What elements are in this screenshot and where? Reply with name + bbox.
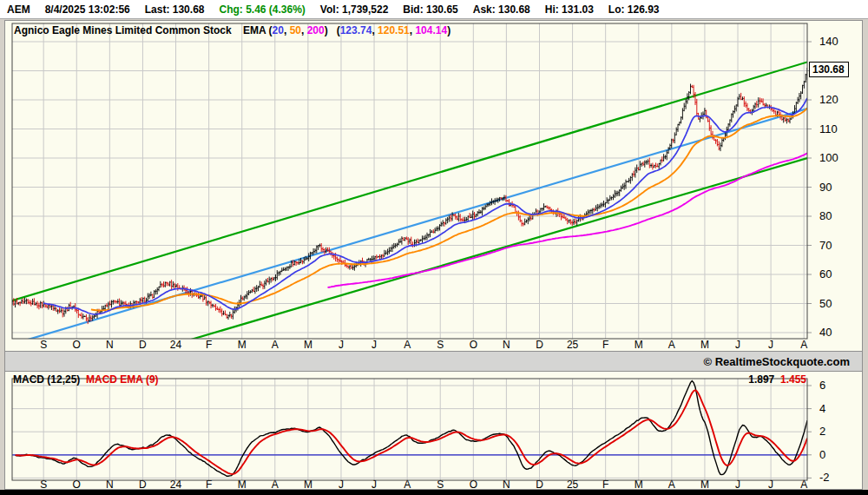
svg-text:110: 110 bbox=[819, 122, 838, 135]
quote-item: Ask: 130.68 bbox=[473, 3, 530, 16]
text-part: , bbox=[284, 24, 290, 36]
main-price-chart: Agnico Eagle Mines Limited Common Stock … bbox=[4, 20, 863, 352]
quote-bar: AEM 8/4/2025 13:02:56 Last: 130.68Chg: 5… bbox=[0, 0, 868, 19]
svg-text:A: A bbox=[668, 339, 675, 351]
svg-text:N: N bbox=[503, 339, 510, 351]
quote-item: Lo: 126.93 bbox=[608, 3, 660, 16]
svg-text:M: M bbox=[238, 339, 247, 351]
svg-text:N: N bbox=[106, 339, 114, 351]
text-part: EMA ( bbox=[232, 24, 273, 36]
macd-panel: MACD (12,25) MACD EMA (9) 1.897 1.455 64… bbox=[4, 371, 863, 490]
svg-text:A: A bbox=[800, 339, 807, 351]
stock-chart-app: { "quote_bar": { "symbol": "AEM", "times… bbox=[0, 0, 868, 495]
svg-text:6: 6 bbox=[819, 379, 825, 392]
text-part: MACD EMA (9) bbox=[86, 373, 159, 386]
bottom-border-bar bbox=[0, 490, 868, 495]
svg-text:M: M bbox=[700, 339, 709, 351]
svg-text:120: 120 bbox=[819, 93, 838, 106]
last-price-tag: 130.68 bbox=[809, 62, 849, 77]
text-part: Agnico Eagle Mines Limited Common Stock bbox=[14, 24, 232, 36]
svg-text:M: M bbox=[304, 339, 312, 351]
svg-text:25: 25 bbox=[567, 339, 579, 351]
text-part: MACD (12,25) bbox=[13, 373, 86, 386]
svg-text:0: 0 bbox=[819, 448, 825, 461]
text-part: 50 bbox=[290, 24, 301, 36]
text-part: 1.897 bbox=[748, 373, 780, 386]
svg-text:S: S bbox=[437, 339, 444, 351]
svg-text:J: J bbox=[339, 339, 344, 351]
text-part: 200 bbox=[307, 24, 325, 36]
svg-text:F: F bbox=[602, 339, 608, 351]
svg-text:O: O bbox=[73, 339, 81, 351]
svg-text:40: 40 bbox=[819, 326, 832, 339]
macd-values: 1.897 1.455 bbox=[748, 373, 806, 386]
text-part: 120.51 bbox=[378, 24, 410, 36]
quote-items: Last: 130.68Chg: 5.46 (4.36%)Vol: 1,739,… bbox=[145, 3, 660, 16]
svg-text:-2: -2 bbox=[819, 471, 830, 484]
svg-text:A: A bbox=[272, 339, 279, 351]
svg-text:A: A bbox=[404, 339, 411, 351]
svg-text:S: S bbox=[40, 339, 47, 351]
macd-chart-canvas: 6420-2SOND24FMAMJJASOND25FMAMJJA bbox=[5, 372, 862, 489]
macd-legend: MACD (12,25) MACD EMA (9) bbox=[13, 373, 159, 386]
watermark-band: © RealtimeStockquote.com bbox=[4, 352, 863, 371]
svg-text:50: 50 bbox=[819, 297, 832, 310]
svg-text:M: M bbox=[635, 339, 643, 351]
watermark-text: © RealtimeStockquote.com bbox=[703, 355, 850, 368]
quote-item: Bid: 130.65 bbox=[403, 3, 457, 16]
chart-title: Agnico Eagle Mines Limited Common Stock … bbox=[14, 24, 450, 36]
svg-text:100: 100 bbox=[819, 151, 838, 164]
quote-item: Hi: 131.03 bbox=[545, 3, 594, 16]
svg-text:D: D bbox=[536, 339, 543, 351]
svg-text:2: 2 bbox=[819, 425, 825, 438]
text-part: ) ( bbox=[325, 24, 340, 36]
svg-text:24: 24 bbox=[170, 339, 182, 351]
svg-text:O: O bbox=[470, 339, 477, 351]
svg-text:J: J bbox=[768, 339, 773, 351]
svg-text:J: J bbox=[735, 339, 740, 351]
text-part: 123.74 bbox=[340, 24, 372, 36]
svg-text:D: D bbox=[139, 339, 147, 351]
price-chart-canvas: 140130120110100908070605040SOND24FMAMJJA… bbox=[5, 21, 862, 351]
svg-text:80: 80 bbox=[819, 209, 832, 222]
svg-text:J: J bbox=[372, 339, 377, 351]
quote-item: Last: 130.68 bbox=[145, 3, 205, 16]
quote-timestamp: 8/4/2025 13:02:56 bbox=[45, 3, 130, 16]
text-part: 20 bbox=[273, 24, 284, 36]
symbol-label: AEM bbox=[7, 3, 30, 16]
svg-text:4: 4 bbox=[819, 402, 825, 415]
quote-item: Vol: 1,739,522 bbox=[320, 3, 389, 16]
svg-text:90: 90 bbox=[819, 181, 832, 194]
svg-text:70: 70 bbox=[819, 239, 832, 252]
text-part: 1.455 bbox=[780, 373, 806, 386]
text-part: 104.14 bbox=[415, 24, 447, 36]
text-part: , bbox=[301, 24, 307, 36]
svg-text:60: 60 bbox=[819, 267, 832, 280]
svg-text:F: F bbox=[206, 339, 212, 351]
text-part: ) bbox=[447, 24, 450, 36]
quote-item: Chg: 5.46 (4.36%) bbox=[219, 3, 305, 16]
svg-text:140: 140 bbox=[819, 35, 838, 48]
